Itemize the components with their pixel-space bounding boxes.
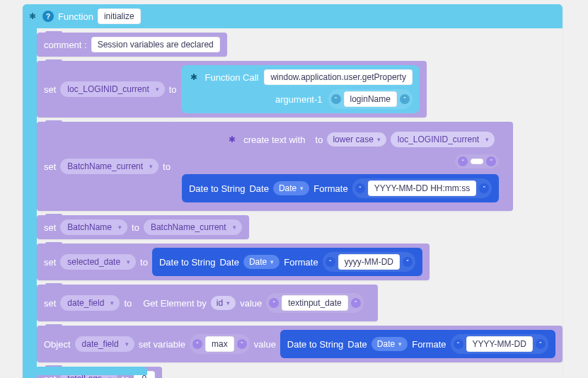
quote-icon: “	[458, 156, 468, 166]
by-dropdown[interactable]: id	[211, 296, 236, 310]
to-label: to	[163, 161, 171, 172]
quote-icon: “	[325, 257, 335, 267]
date-label: Date	[219, 257, 238, 268]
dts-label: Date to String	[287, 339, 344, 350]
to-label: to	[316, 134, 323, 145]
function-label: Function	[58, 11, 93, 22]
object-setvar-block[interactable]: Object date_field set variable “ max ” v…	[37, 326, 563, 362]
function-definition-block[interactable]: ✱ ? Function initialize comment : Sessio…	[23, 4, 563, 378]
case-dropdown[interactable]: lower case	[327, 132, 386, 147]
gear-icon[interactable]: ✱	[188, 71, 200, 83]
getel-label: Get Element by	[143, 298, 207, 309]
var-dropdown-loginid[interactable]: loc_LOGINID_current	[391, 132, 495, 147]
date-to-string-block[interactable]: Date to String Date Date Formate “ yyyy-…	[152, 248, 422, 276]
empty-string-input[interactable]	[471, 159, 483, 164]
gear-icon[interactable]: ✱	[226, 134, 238, 145]
format-label: Formate	[313, 183, 347, 194]
string-literal[interactable]: “ YYYY-MM-DD ”	[451, 334, 548, 354]
quote-icon: “	[269, 298, 279, 308]
quote-icon: “	[331, 94, 341, 104]
var-dropdown-date-field[interactable]: date_field	[60, 295, 120, 311]
string-literal[interactable]: “ textinput_date ”	[266, 293, 363, 313]
elementid-input[interactable]: textinput_date	[282, 295, 347, 311]
quote-icon: “	[192, 339, 202, 349]
block-canvas: ✱ ? Function initialize comment : Sessio…	[0, 0, 588, 378]
quote-icon: ”	[237, 339, 247, 349]
format-value-input[interactable]: YYYY-MM-DD HH:mm:ss	[368, 181, 477, 196]
set-label: set	[44, 257, 56, 268]
var-dropdown-batchname[interactable]: BatchName	[60, 219, 127, 235]
date-dropdown[interactable]: Date	[243, 255, 279, 269]
create-text-with-block[interactable]: ✱ create text with to lower case loc_LOG…	[175, 126, 506, 207]
date-dropdown[interactable]: Date	[371, 337, 408, 351]
argument-label: argument-1	[275, 94, 322, 105]
set-selected-date-block[interactable]: set selected_date to Date to String Date…	[37, 244, 430, 280]
var-dropdown-loginid[interactable]: loc_LOGINID_current	[60, 81, 164, 97]
function-body: comment : Session variables are declared…	[28, 28, 563, 378]
set-date-field-block[interactable]: set date_field to Get Element by id valu…	[37, 285, 378, 321]
attr-input[interactable]: max	[205, 336, 234, 352]
value-label: value	[240, 298, 262, 309]
var-dropdown-batchname-current[interactable]: BatchName_current	[144, 219, 242, 235]
string-literal-empty[interactable]: “ ”	[455, 154, 499, 168]
quote-icon: ”	[536, 339, 546, 349]
string-literal[interactable]: “ YYYY-MM-DD HH:mm:ss ”	[352, 178, 492, 198]
date-to-string-block[interactable]: Date to String Date Date Formate “ YYYY-…	[280, 330, 555, 358]
format-value-input[interactable]: yyyy-MM-DD	[338, 254, 400, 270]
quote-icon: ”	[400, 94, 410, 104]
set-label: set	[44, 222, 56, 233]
value-label: value	[254, 339, 276, 350]
help-icon[interactable]: ?	[42, 11, 54, 22]
object-label: Object	[44, 339, 71, 350]
function-call-label: Function Call	[205, 72, 259, 83]
get-element-block[interactable]: Get Element by id value “ textinput_date…	[136, 289, 370, 317]
quote-icon: ”	[403, 257, 413, 267]
function-name-input[interactable]: window.application.user.getProperty	[264, 69, 412, 85]
argument-value-input[interactable]: loginName	[344, 91, 397, 107]
date-label: Date	[249, 183, 268, 194]
string-literal[interactable]: “ loginName ”	[328, 89, 413, 109]
quote-icon: ”	[479, 183, 489, 193]
date-dropdown[interactable]: Date	[273, 181, 309, 195]
function-header[interactable]: ✱ ? Function initialize	[23, 4, 563, 28]
var-dropdown-batchname-current[interactable]: BatchName_current	[60, 159, 158, 174]
quote-icon: “	[355, 183, 365, 193]
next-block-stub	[34, 367, 147, 375]
comment-block[interactable]: comment : Session variables are declared	[37, 33, 227, 57]
setvar-label: set variable	[139, 339, 185, 350]
dts-label: Date to String	[159, 257, 216, 268]
comment-label: comment :	[44, 40, 87, 50]
function-call-block[interactable]: ✱ Function Call window.application.user.…	[181, 65, 420, 113]
to-label: to	[169, 84, 177, 95]
function-name-input[interactable]: initialize	[98, 8, 141, 24]
create-text-label: create text with	[243, 134, 305, 145]
date-label: Date	[347, 339, 367, 350]
to-label: to	[140, 257, 148, 268]
format-value-input[interactable]: YYYY-MM-DD	[466, 336, 533, 352]
date-to-string-block[interactable]: Date to String Date Date Formate “ YYYY-…	[182, 174, 499, 202]
format-label: Formate	[412, 339, 446, 350]
dts-label: Date to String	[189, 183, 246, 194]
to-label: to	[124, 298, 132, 309]
quote-icon: ”	[351, 298, 361, 308]
var-dropdown-selected-date[interactable]: selected_date	[60, 254, 136, 270]
set-label: set	[44, 161, 56, 172]
string-literal[interactable]: “ yyyy-MM-DD ”	[323, 252, 415, 272]
to-label: to	[132, 222, 139, 233]
set-label: set	[44, 84, 56, 95]
quote-icon: “	[454, 339, 463, 349]
to-lowercase-block[interactable]: to lower case loc_LOGINID_current	[311, 130, 500, 149]
quote-icon: ”	[486, 156, 496, 166]
set-loginid-block[interactable]: set loc_LOGINID_current to ✱ Function Ca…	[37, 61, 427, 118]
comment-text-input[interactable]: Session variables are declared	[91, 37, 220, 52]
string-literal[interactable]: “ max ”	[190, 334, 250, 354]
set-label: set	[44, 298, 56, 309]
set-batchname-block[interactable]: set BatchName to BatchName_current	[37, 215, 249, 239]
format-label: Formate	[284, 257, 318, 268]
set-batchname-current-block[interactable]: set BatchName_current to ✱ create text w…	[37, 122, 513, 211]
var-dropdown-date-field[interactable]: date_field	[75, 336, 134, 352]
gear-icon[interactable]: ✱	[27, 11, 38, 22]
